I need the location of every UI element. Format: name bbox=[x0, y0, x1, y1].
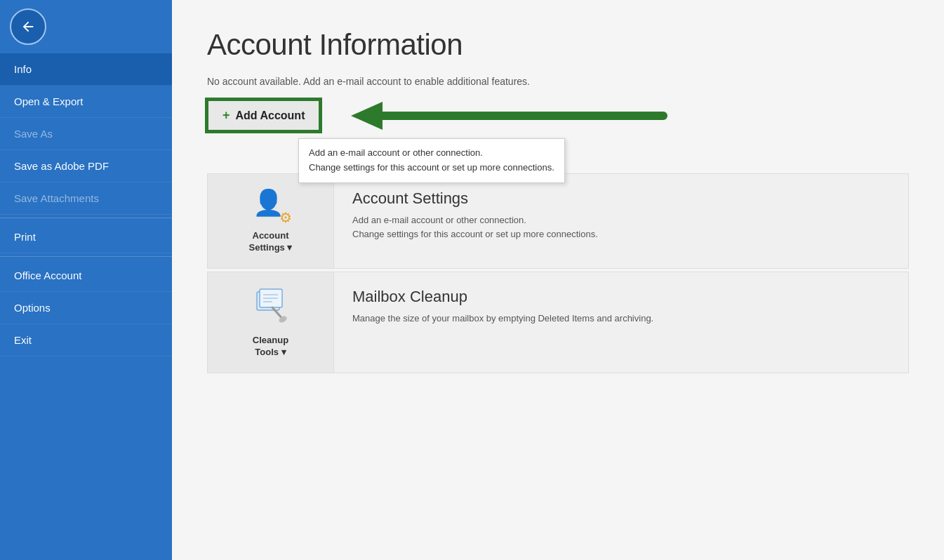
cleanup-tools-icon-area[interactable]: CleanupTools ▾ bbox=[208, 272, 334, 373]
main-content: Account Information No account available… bbox=[172, 0, 944, 560]
sidebar-item-exit[interactable]: Exit bbox=[0, 324, 172, 356]
tool-panels: 👤 ⚙ AccountSettings ▾ Account Settings A… bbox=[207, 173, 909, 373]
cleanup-tools-panel: CleanupTools ▾ Mailbox Cleanup Manage th… bbox=[207, 272, 909, 373]
sidebar-item-save-as: Save As bbox=[0, 118, 172, 150]
green-arrow-annotation bbox=[333, 98, 670, 137]
tooltip-line1: Add an e-mail account or other connectio… bbox=[309, 146, 554, 161]
sidebar-item-office-account[interactable]: Office Account bbox=[0, 260, 172, 292]
sidebar-item-open-export[interactable]: Open & Export bbox=[0, 86, 172, 118]
account-settings-icon-area[interactable]: 👤 ⚙ AccountSettings ▾ bbox=[208, 174, 334, 268]
tooltip-line2: Change settings for this account or set … bbox=[309, 161, 554, 175]
cleanup-tools-content: Mailbox Cleanup Manage the size of your … bbox=[334, 272, 908, 373]
gear-icon: ⚙ bbox=[279, 209, 292, 226]
back-button[interactable] bbox=[10, 8, 46, 45]
sidebar-item-save-attachments: Save Attachments bbox=[0, 182, 172, 215]
add-account-label: Add Account bbox=[236, 109, 305, 122]
add-account-button[interactable]: + Add Account bbox=[207, 100, 320, 131]
account-settings-panel: 👤 ⚙ AccountSettings ▾ Account Settings A… bbox=[207, 173, 909, 269]
account-settings-desc-line2: Change settings for this account or set … bbox=[352, 227, 890, 241]
sidebar-divider-1 bbox=[0, 218, 172, 218]
add-account-tooltip: Add an e-mail account or other connectio… bbox=[298, 138, 565, 183]
no-account-message: No account available. Add an e-mail acco… bbox=[207, 76, 909, 87]
account-settings-desc-line1: Add an e-mail account or other connectio… bbox=[352, 213, 890, 227]
page-title: Account Information bbox=[207, 28, 909, 62]
account-settings-title: Account Settings bbox=[352, 189, 890, 208]
cleanup-icon bbox=[253, 286, 289, 329]
sidebar-item-print[interactable]: Print bbox=[0, 221, 172, 253]
cleanup-tools-title: Mailbox Cleanup bbox=[352, 288, 890, 306]
svg-marker-1 bbox=[351, 102, 383, 130]
account-settings-icon: 👤 ⚙ bbox=[253, 188, 289, 225]
account-settings-label: AccountSettings ▾ bbox=[249, 230, 293, 254]
sidebar: Info Open & Export Save As Save as Adobe… bbox=[0, 0, 172, 560]
sidebar-nav: Info Open & Export Save As Save as Adobe… bbox=[0, 53, 172, 560]
cleanup-tools-desc: Manage the size of your mailbox by empty… bbox=[352, 312, 890, 326]
account-settings-content: Account Settings Add an e-mail account o… bbox=[334, 174, 908, 268]
add-account-section: + Add Account Add an e-mail account or o… bbox=[207, 100, 909, 131]
sidebar-item-options[interactable]: Options bbox=[0, 292, 172, 324]
add-account-plus-icon: + bbox=[222, 108, 230, 123]
cleanup-tools-label: CleanupTools ▾ bbox=[253, 335, 288, 359]
sidebar-divider-2 bbox=[0, 256, 172, 257]
sidebar-item-save-as-pdf[interactable]: Save as Adobe PDF bbox=[0, 150, 172, 182]
sidebar-item-info[interactable]: Info bbox=[0, 53, 172, 86]
